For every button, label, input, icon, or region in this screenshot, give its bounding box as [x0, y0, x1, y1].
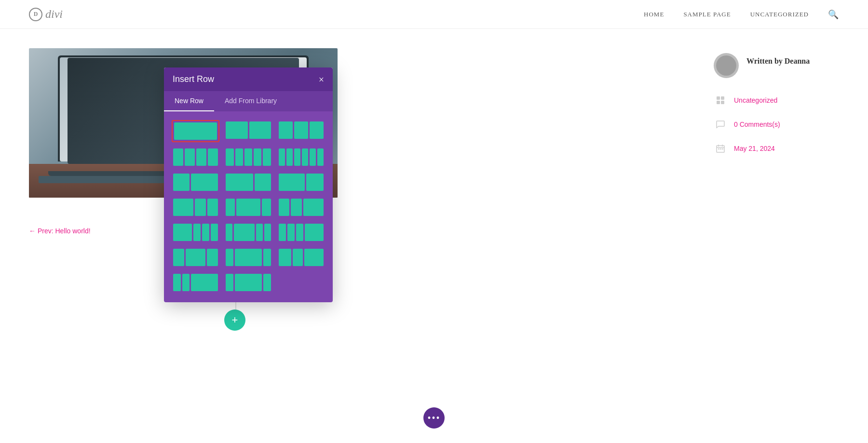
layout-option-sls[interactable]: [172, 247, 219, 268]
layout-option-3col-rb[interactable]: [277, 247, 325, 268]
svg-rect-9: [720, 148, 721, 149]
plus-icon: +: [232, 315, 238, 325]
svg-rect-2: [717, 101, 720, 104]
layout-spacer: [277, 272, 325, 293]
svg-rect-10: [722, 148, 723, 149]
floating-options-button[interactable]: •••: [423, 407, 445, 429]
nav-links: HOME SAMPLE PAGE UNCATEGORIZED 🔍: [644, 9, 839, 20]
main-content: Insert Row × New Row Add From Library: [0, 29, 868, 217]
nav-sample-page[interactable]: SAMPLE PAGE: [683, 11, 731, 18]
site-logo[interactable]: D divi: [29, 8, 63, 21]
author-section: Written by Deanna: [714, 53, 839, 78]
layout-option-2col-nw[interactable]: [172, 172, 219, 192]
author-avatar: [714, 53, 739, 78]
post-navigation: ← Prev: Hello world!: [0, 217, 868, 235]
modal-body: [164, 111, 333, 302]
prev-post-link[interactable]: ← Prev: Hello world!: [29, 227, 91, 235]
modal-tabs: New Row Add From Library: [164, 91, 333, 111]
layout-option-2col[interactable]: [224, 120, 272, 142]
layout-option-twt[interactable]: [224, 272, 272, 293]
layout-option-4col-rh[interactable]: [277, 222, 325, 242]
layout-option-4col-mh[interactable]: [224, 222, 272, 242]
comments-icon: [714, 118, 727, 131]
meta-category-row: Uncategorized: [714, 94, 839, 107]
search-icon[interactable]: 🔍: [828, 9, 839, 20]
dots-icon: •••: [427, 413, 440, 424]
post-content: Insert Row × New Row Add From Library: [29, 48, 685, 198]
author-name: Written by Deanna: [746, 57, 810, 66]
layout-option-3col-rh[interactable]: [277, 197, 325, 217]
layout-option-3col-sp[interactable]: [224, 247, 272, 268]
category-value[interactable]: Uncategorized: [734, 96, 777, 104]
layout-option-3col[interactable]: [277, 120, 325, 142]
tab-add-from-library[interactable]: Add From Library: [214, 91, 287, 111]
modal-header: Insert Row ×: [164, 67, 333, 91]
layout-option-6col[interactable]: [277, 147, 325, 167]
nav-home[interactable]: HOME: [644, 11, 664, 18]
svg-rect-8: [718, 148, 719, 149]
layout-option-4col[interactable]: [172, 147, 219, 167]
svg-rect-1: [721, 96, 724, 100]
modal-close-button[interactable]: ×: [319, 75, 324, 84]
avatar-image: [716, 55, 736, 76]
tab-new-row[interactable]: New Row: [164, 91, 214, 111]
layout-options-grid: [172, 120, 325, 293]
insert-row-modal: Insert Row × New Row Add From Library: [164, 67, 333, 302]
comments-value[interactable]: 0 Comments(s): [734, 121, 780, 128]
layout-option-4col-lh[interactable]: [172, 222, 219, 242]
main-nav: D divi HOME SAMPLE PAGE UNCATEGORIZED 🔍: [0, 0, 868, 29]
add-row-button-area: +: [224, 309, 245, 331]
layout-option-1col[interactable]: [172, 120, 219, 142]
layout-option-2col-var[interactable]: [277, 172, 325, 192]
layout-option-2col-wn[interactable]: [224, 172, 272, 192]
category-icon: [714, 94, 727, 107]
svg-rect-3: [721, 101, 724, 104]
calendar-icon: [714, 142, 727, 155]
nav-uncategorized[interactable]: UNCATEGORIZED: [750, 11, 809, 18]
layout-option-3col-lh[interactable]: [172, 197, 219, 217]
sidebar-meta: Uncategorized 0 Comments(s): [714, 94, 839, 155]
svg-rect-0: [717, 96, 720, 100]
layout-option-3col-mh[interactable]: [224, 197, 272, 217]
date-value[interactable]: May 21, 2024: [734, 145, 775, 152]
add-row-button[interactable]: +: [224, 309, 245, 331]
meta-comments-row: 0 Comments(s): [714, 118, 839, 131]
sidebar: Written by Deanna Uncategorized: [714, 48, 839, 198]
layout-option-5narrow[interactable]: [224, 147, 272, 167]
logo-circle: D: [29, 8, 42, 21]
logo-text: divi: [45, 8, 63, 21]
layout-option-ttw[interactable]: [172, 272, 219, 293]
modal-title: Insert Row: [173, 74, 214, 84]
meta-date-row: May 21, 2024: [714, 142, 839, 155]
